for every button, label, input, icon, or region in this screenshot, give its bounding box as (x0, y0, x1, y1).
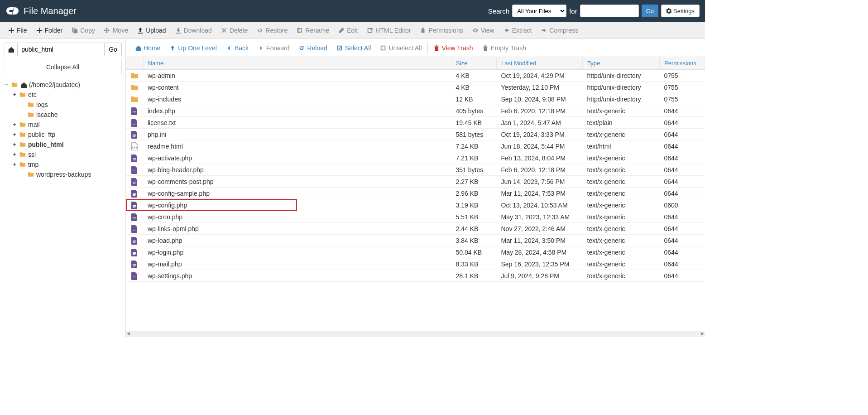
file-modified: Mar 11, 2024, 7:53 PM (497, 188, 583, 199)
file-modified: Jan 1, 2024, 5:47 AM (497, 117, 583, 129)
tree-root[interactable]: − (/home2/jaudatec) (4, 80, 125, 90)
table-row[interactable]: index.php 405 bytes Feb 6, 2020, 12:18 P… (126, 105, 705, 117)
table-row[interactable]: wp-includes 12 KB Sep 10, 2024, 9:08 PM … (126, 93, 705, 105)
tree-item-wordpress-backups[interactable]: wordpress-backups (20, 169, 125, 179)
tree-toggle-icon[interactable]: + (12, 141, 17, 148)
table-row[interactable]: wp-login.php 50.04 KB May 28, 2024, 4:58… (126, 246, 705, 258)
tree-toggle-icon[interactable]: + (12, 92, 17, 98)
table-row[interactable]: wp-content 4 KB Yesterday, 12:10 PM http… (126, 82, 705, 93)
toolbar-move[interactable]: Move (100, 22, 133, 39)
tree-toggle-icon[interactable]: + (12, 161, 17, 168)
table-row[interactable]: wp-cron.php 5.51 KB May 31, 2023, 12:33 … (126, 211, 705, 223)
toolbar-copy[interactable]: Copy (67, 22, 100, 39)
table-row[interactable]: wp-blog-header.php 351 bytes Feb 6, 2020… (126, 164, 705, 176)
folder-tree: − (/home2/jaudatec) +etclogslscache+mail… (0, 78, 125, 337)
col-icon[interactable] (126, 57, 143, 70)
nav-view-trash[interactable]: View Trash (429, 39, 478, 57)
col-modified[interactable]: Last Modified (497, 57, 583, 70)
file-permissions: 0644 (660, 176, 705, 188)
folder-icon (130, 72, 139, 80)
tree-item-etc[interactable]: +etc (12, 90, 125, 100)
table-row[interactable]: wp-admin 4 KB Oct 19, 2024, 4:29 PM http… (126, 70, 705, 82)
table-row[interactable]: license.txt 19.45 KB Jan 1, 2024, 5:47 A… (126, 117, 705, 129)
toolbar-rename[interactable]: Rename (292, 22, 334, 39)
toolbar-download[interactable]: Download (171, 22, 216, 39)
search-scope-select[interactable]: All Your Files (512, 5, 566, 17)
tree-toggle-icon[interactable]: + (12, 151, 17, 158)
tree-item-mail[interactable]: +mail (12, 120, 125, 130)
horizontal-scrollbar[interactable] (126, 331, 705, 337)
location-go-button[interactable]: Go (105, 43, 122, 56)
file-modified: Sep 16, 2023, 12:35 PM (497, 258, 583, 270)
table-row[interactable]: wp-settings.php 28.1 KB Jul 9, 2024, 9:2… (126, 270, 705, 282)
table-row[interactable]: wp-activate.php 7.21 KB Feb 13, 2024, 8:… (126, 152, 705, 164)
file-modified: Jul 9, 2024, 9:28 PM (497, 270, 583, 282)
location-input[interactable] (18, 43, 105, 56)
toolbar-file[interactable]: File (4, 22, 32, 39)
table-row[interactable]: wp-links-opml.php 2.44 KB Nov 27, 2022, … (126, 223, 705, 235)
up-icon (169, 45, 176, 51)
toolbar-delete[interactable]: Delete (216, 22, 252, 39)
table-row[interactable]: wp-mail.php 8.33 KB Sep 16, 2023, 12:35 … (126, 258, 705, 270)
sidebar: Go Collapse All − (/home2/jaudatec) +etc… (0, 39, 126, 337)
nav-home[interactable]: Home (130, 39, 165, 57)
col-permissions[interactable]: Permissions (660, 57, 705, 70)
table-row[interactable]: wp-config-sample.php 2.96 KB Mar 11, 202… (126, 188, 705, 199)
tree-toggle-icon[interactable]: − (4, 82, 9, 88)
toolbar-compress[interactable]: Compress (536, 22, 583, 39)
tree-item-label: logs (36, 101, 48, 108)
tree-toggle-icon[interactable]: + (12, 121, 17, 128)
col-name[interactable]: Name (143, 57, 451, 70)
file-size: 7.21 KB (451, 152, 497, 164)
toolbar-edit[interactable]: Edit (334, 22, 362, 39)
tree-item-logs[interactable]: logs (20, 100, 125, 110)
file-type: text/x-generic (583, 270, 660, 282)
collapse-all-button[interactable]: Collapse All (4, 60, 122, 74)
tree-item-tmp[interactable]: +tmp (12, 159, 125, 169)
toolbar-view[interactable]: View (468, 22, 499, 39)
nav-forward[interactable]: Forward (253, 39, 294, 57)
file-name: wp-config.php (143, 199, 451, 211)
table-row[interactable]: php.ini 581 bytes Oct 19, 2024, 3:33 PM … (126, 129, 705, 140)
nav-unselect-all[interactable]: Unselect All (375, 39, 426, 57)
file-icon (130, 213, 139, 221)
toolbar-extract[interactable]: Extract (499, 22, 537, 39)
tree-item-ssl[interactable]: +ssl (12, 150, 125, 159)
tree-item-lscache[interactable]: lscache (20, 110, 125, 120)
nav-select-all[interactable]: Select All (332, 39, 376, 57)
back-icon (226, 45, 232, 51)
table-row[interactable]: wp-config.php 3.19 KB Oct 13, 2024, 10:5… (126, 199, 705, 211)
toolbar-permissions[interactable]: Permissions (415, 22, 467, 39)
toolbar-restore[interactable]: Restore (252, 22, 292, 39)
table-header-row: Name Size Last Modified Type Permissions (126, 57, 705, 70)
search-go-button[interactable]: Go (642, 5, 658, 17)
tree-item-public_ftp[interactable]: +public_ftp (12, 130, 125, 140)
toolbar-upload[interactable]: Upload (133, 22, 170, 39)
file-icon (130, 189, 139, 198)
file-permissions: 0755 (660, 82, 705, 93)
location-home-button[interactable] (4, 43, 18, 56)
nav-empty-trash[interactable]: Empty Trash (478, 39, 531, 57)
col-type[interactable]: Type (583, 57, 660, 70)
settings-button[interactable]: Settings (661, 5, 700, 17)
search-input[interactable] (580, 5, 639, 17)
nav-up-one-level[interactable]: Up One Level (165, 39, 221, 57)
folder-icon (19, 141, 26, 148)
table-row[interactable]: wp-comments-post.php 2.27 KB Jun 14, 202… (126, 176, 705, 188)
col-size[interactable]: Size (451, 57, 497, 70)
nav-back[interactable]: Back (221, 39, 253, 57)
file-permissions: 0644 (660, 246, 705, 258)
tree-item-public_html[interactable]: +public_html (12, 140, 125, 150)
select-all-icon (336, 45, 343, 51)
file-size: 2.44 KB (451, 223, 497, 235)
folder-icon (130, 83, 139, 92)
file-name: wp-settings.php (143, 270, 451, 282)
toolbar-html-editor[interactable]: HTML Editor (362, 22, 415, 39)
tree-toggle-icon[interactable]: + (12, 131, 17, 138)
toolbar-folder[interactable]: Folder (32, 22, 67, 39)
table-row[interactable]: wp-load.php 3.84 KB Mar 11, 2024, 3:50 P… (126, 235, 705, 246)
search-label: Search (488, 7, 510, 15)
nav-reload[interactable]: Reload (294, 39, 331, 57)
file-size: 3.84 KB (451, 235, 497, 246)
table-row[interactable]: readme.html 7.24 KB Jun 18, 2024, 5:44 P… (126, 140, 705, 152)
